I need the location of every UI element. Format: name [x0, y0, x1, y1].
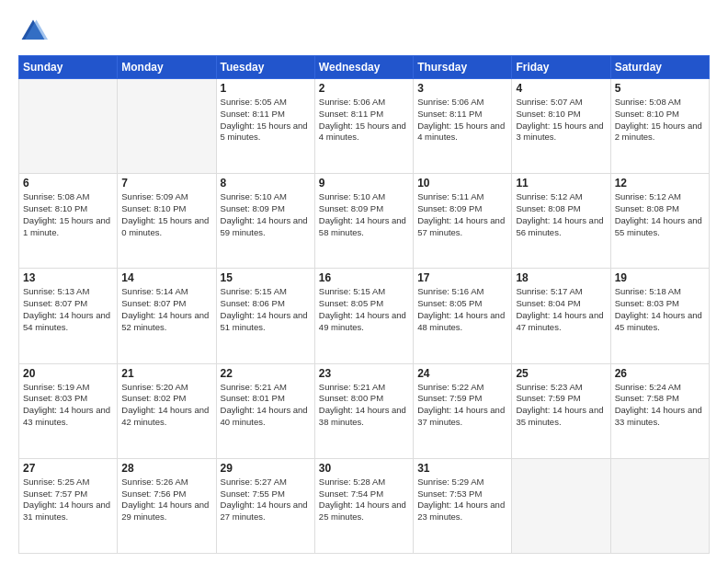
day-number: 8 — [221, 177, 311, 190]
day-number: 13 — [23, 271, 113, 284]
cell-details: Sunrise: 5:26 AM Sunset: 7:56 PM Dayligh… — [121, 477, 211, 523]
calendar-cell: 6Sunrise: 5:08 AM Sunset: 8:10 PM Daylig… — [19, 174, 118, 269]
cell-details: Sunrise: 5:11 AM Sunset: 8:09 PM Dayligh… — [417, 191, 507, 238]
cell-details: Sunrise: 5:24 AM Sunset: 7:58 PM Dayligh… — [615, 382, 705, 429]
weekday-header: Thursday — [414, 56, 512, 79]
page: SundayMondayTuesdayWednesdayThursdayFrid… — [0, 0, 728, 563]
weekday-header: Tuesday — [216, 56, 314, 79]
day-number: 7 — [121, 177, 211, 190]
weekday-header: Monday — [118, 56, 216, 79]
logo — [18, 17, 53, 46]
calendar-cell: 11Sunrise: 5:12 AM Sunset: 8:08 PM Dayli… — [512, 174, 610, 269]
cell-details: Sunrise: 5:08 AM Sunset: 8:10 PM Dayligh… — [23, 191, 113, 238]
day-number: 27 — [23, 462, 113, 475]
day-number: 21 — [121, 367, 211, 380]
weekday-header: Sunday — [19, 56, 118, 79]
cell-details: Sunrise: 5:10 AM Sunset: 8:09 PM Dayligh… — [319, 191, 409, 238]
calendar-cell: 7Sunrise: 5:09 AM Sunset: 8:10 PM Daylig… — [118, 174, 216, 269]
weekday-row: SundayMondayTuesdayWednesdayThursdayFrid… — [19, 56, 710, 79]
calendar-cell: 28Sunrise: 5:26 AM Sunset: 7:56 PM Dayli… — [118, 458, 216, 553]
day-number: 4 — [516, 82, 606, 95]
day-number: 19 — [615, 271, 705, 284]
cell-details: Sunrise: 5:13 AM Sunset: 8:07 PM Dayligh… — [23, 286, 113, 333]
calendar-cell — [610, 458, 709, 553]
calendar-cell: 9Sunrise: 5:10 AM Sunset: 8:09 PM Daylig… — [314, 174, 413, 269]
cell-details: Sunrise: 5:20 AM Sunset: 8:02 PM Dayligh… — [121, 382, 211, 429]
day-number: 17 — [417, 271, 507, 284]
calendar-cell: 1Sunrise: 5:05 AM Sunset: 8:11 PM Daylig… — [216, 79, 314, 174]
day-number: 15 — [221, 271, 311, 284]
cell-details: Sunrise: 5:22 AM Sunset: 7:59 PM Dayligh… — [417, 382, 507, 429]
calendar-cell: 31Sunrise: 5:29 AM Sunset: 7:53 PM Dayli… — [414, 458, 512, 553]
weekday-header: Friday — [512, 56, 610, 79]
calendar-cell: 29Sunrise: 5:27 AM Sunset: 7:55 PM Dayli… — [216, 458, 314, 553]
cell-details: Sunrise: 5:07 AM Sunset: 8:10 PM Dayligh… — [516, 97, 606, 144]
calendar-header: SundayMondayTuesdayWednesdayThursdayFrid… — [19, 56, 710, 79]
calendar-cell: 23Sunrise: 5:21 AM Sunset: 8:00 PM Dayli… — [314, 363, 413, 458]
cell-details: Sunrise: 5:06 AM Sunset: 8:11 PM Dayligh… — [319, 97, 409, 144]
day-number: 12 — [615, 177, 705, 190]
calendar-cell: 18Sunrise: 5:17 AM Sunset: 8:04 PM Dayli… — [512, 269, 610, 363]
cell-details: Sunrise: 5:06 AM Sunset: 8:11 PM Dayligh… — [417, 97, 507, 144]
cell-details: Sunrise: 5:14 AM Sunset: 8:07 PM Dayligh… — [121, 286, 211, 333]
day-number: 24 — [417, 367, 507, 380]
cell-details: Sunrise: 5:21 AM Sunset: 8:01 PM Dayligh… — [221, 382, 311, 429]
calendar-week-row: 6Sunrise: 5:08 AM Sunset: 8:10 PM Daylig… — [19, 174, 710, 269]
calendar-cell: 24Sunrise: 5:22 AM Sunset: 7:59 PM Dayli… — [414, 363, 512, 458]
calendar-cell: 20Sunrise: 5:19 AM Sunset: 8:03 PM Dayli… — [19, 363, 118, 458]
day-number: 3 — [417, 82, 507, 95]
cell-details: Sunrise: 5:29 AM Sunset: 7:53 PM Dayligh… — [417, 477, 507, 523]
day-number: 11 — [516, 177, 606, 190]
day-number: 6 — [23, 177, 113, 190]
cell-details: Sunrise: 5:15 AM Sunset: 8:06 PM Dayligh… — [221, 286, 311, 333]
logo-icon — [18, 17, 48, 46]
day-number: 18 — [516, 271, 606, 284]
day-number: 2 — [319, 82, 409, 95]
header — [18, 17, 710, 46]
day-number: 1 — [221, 82, 311, 95]
calendar-cell: 4Sunrise: 5:07 AM Sunset: 8:10 PM Daylig… — [512, 79, 610, 174]
calendar-cell: 17Sunrise: 5:16 AM Sunset: 8:05 PM Dayli… — [414, 269, 512, 363]
day-number: 20 — [23, 367, 113, 380]
calendar-cell: 30Sunrise: 5:28 AM Sunset: 7:54 PM Dayli… — [314, 458, 413, 553]
calendar-cell — [512, 458, 610, 553]
day-number: 22 — [221, 367, 311, 380]
day-number: 9 — [319, 177, 409, 190]
cell-details: Sunrise: 5:10 AM Sunset: 8:09 PM Dayligh… — [221, 191, 311, 238]
day-number: 30 — [319, 462, 409, 475]
calendar-week-row: 20Sunrise: 5:19 AM Sunset: 8:03 PM Dayli… — [19, 363, 710, 458]
calendar-cell: 8Sunrise: 5:10 AM Sunset: 8:09 PM Daylig… — [216, 174, 314, 269]
calendar-cell: 25Sunrise: 5:23 AM Sunset: 7:59 PM Dayli… — [512, 363, 610, 458]
cell-details: Sunrise: 5:09 AM Sunset: 8:10 PM Dayligh… — [121, 191, 211, 238]
cell-details: Sunrise: 5:19 AM Sunset: 8:03 PM Dayligh… — [23, 382, 113, 429]
calendar-cell: 14Sunrise: 5:14 AM Sunset: 8:07 PM Dayli… — [118, 269, 216, 363]
cell-details: Sunrise: 5:05 AM Sunset: 8:11 PM Dayligh… — [221, 97, 311, 144]
calendar-week-row: 13Sunrise: 5:13 AM Sunset: 8:07 PM Dayli… — [19, 269, 710, 363]
cell-details: Sunrise: 5:15 AM Sunset: 8:05 PM Dayligh… — [319, 286, 409, 333]
cell-details: Sunrise: 5:21 AM Sunset: 8:00 PM Dayligh… — [319, 382, 409, 429]
calendar-cell — [19, 79, 118, 174]
day-number: 26 — [615, 367, 705, 380]
cell-details: Sunrise: 5:12 AM Sunset: 8:08 PM Dayligh… — [516, 191, 606, 238]
calendar-cell: 2Sunrise: 5:06 AM Sunset: 8:11 PM Daylig… — [314, 79, 413, 174]
weekday-header: Saturday — [610, 56, 709, 79]
calendar-cell: 22Sunrise: 5:21 AM Sunset: 8:01 PM Dayli… — [216, 363, 314, 458]
calendar-cell: 27Sunrise: 5:25 AM Sunset: 7:57 PM Dayli… — [19, 458, 118, 553]
cell-details: Sunrise: 5:17 AM Sunset: 8:04 PM Dayligh… — [516, 286, 606, 333]
calendar-cell: 10Sunrise: 5:11 AM Sunset: 8:09 PM Dayli… — [414, 174, 512, 269]
calendar-cell: 13Sunrise: 5:13 AM Sunset: 8:07 PM Dayli… — [19, 269, 118, 363]
cell-details: Sunrise: 5:16 AM Sunset: 8:05 PM Dayligh… — [417, 286, 507, 333]
day-number: 10 — [417, 177, 507, 190]
calendar-cell: 12Sunrise: 5:12 AM Sunset: 8:08 PM Dayli… — [610, 174, 709, 269]
calendar-cell: 26Sunrise: 5:24 AM Sunset: 7:58 PM Dayli… — [610, 363, 709, 458]
weekday-header: Wednesday — [314, 56, 413, 79]
day-number: 28 — [121, 462, 211, 475]
calendar-cell: 5Sunrise: 5:08 AM Sunset: 8:10 PM Daylig… — [610, 79, 709, 174]
day-number: 29 — [221, 462, 311, 475]
day-number: 5 — [615, 82, 705, 95]
calendar-week-row: 1Sunrise: 5:05 AM Sunset: 8:11 PM Daylig… — [19, 79, 710, 174]
day-number: 14 — [121, 271, 211, 284]
calendar-cell: 16Sunrise: 5:15 AM Sunset: 8:05 PM Dayli… — [314, 269, 413, 363]
calendar-table: SundayMondayTuesdayWednesdayThursdayFrid… — [18, 55, 710, 554]
calendar-body: 1Sunrise: 5:05 AM Sunset: 8:11 PM Daylig… — [19, 79, 710, 554]
